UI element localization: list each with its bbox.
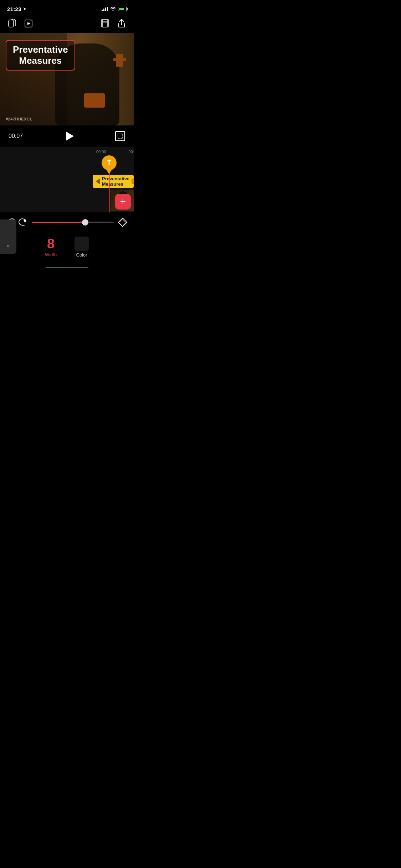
left-panel[interactable]: « bbox=[0, 219, 16, 254]
svg-marker-1 bbox=[27, 22, 30, 25]
tool-options-row: 8 Width Color bbox=[6, 234, 128, 259]
wifi-icon bbox=[110, 7, 116, 11]
keyframe-button[interactable] bbox=[117, 217, 128, 228]
title-overlay-box[interactable]: PreventativeMeasures bbox=[6, 40, 75, 71]
text-track-duration: 01:25 bbox=[132, 179, 134, 184]
logo-icon[interactable] bbox=[7, 19, 17, 29]
ruler-dot-1: · bbox=[117, 150, 118, 154]
background-decor bbox=[116, 54, 123, 67]
slider-track-bg bbox=[32, 222, 114, 223]
text-track-label: Preventative Measures bbox=[100, 176, 132, 187]
play-button[interactable] bbox=[62, 129, 76, 143]
width-value: 8 bbox=[47, 237, 55, 250]
redo-icon bbox=[18, 217, 28, 227]
home-indicator-container bbox=[0, 262, 134, 273]
pin-letter: T bbox=[107, 159, 111, 167]
color-tool-option[interactable]: Color bbox=[74, 237, 89, 258]
video-background: #247HHEXCL PreventativeMeasures bbox=[0, 33, 134, 125]
timeline-pin[interactable]: T bbox=[102, 155, 117, 174]
color-label: Color bbox=[76, 252, 87, 258]
slider-thumb[interactable] bbox=[82, 219, 88, 226]
status-time: 21:23 bbox=[7, 6, 21, 12]
redo-button[interactable] bbox=[17, 217, 29, 228]
play-triangle-icon bbox=[66, 131, 74, 141]
location-arrow-icon bbox=[23, 7, 27, 11]
watermark: #247HHEXCL bbox=[6, 117, 32, 121]
add-plus-icon: + bbox=[120, 197, 126, 207]
collapse-icon: « bbox=[6, 242, 10, 249]
zoom-slider[interactable] bbox=[32, 222, 114, 223]
bottom-controls: 8 Width Color bbox=[0, 212, 134, 262]
time-display: 00:07 bbox=[9, 133, 23, 139]
text-track[interactable]: Preventative Measures 01:25 bbox=[93, 175, 134, 188]
slider-fill bbox=[32, 222, 85, 223]
timeline-ruler: 00:00 · 00:20 · 00:40 · 01:0 bbox=[0, 148, 134, 155]
playback-controls: 00:07 bbox=[0, 125, 134, 147]
clip-icon[interactable] bbox=[24, 19, 34, 29]
top-toolbar bbox=[0, 16, 134, 33]
fullscreen-button[interactable] bbox=[115, 131, 125, 141]
width-tool-option[interactable]: 8 Width bbox=[45, 237, 57, 257]
title-overlay-text: PreventativeMeasures bbox=[13, 44, 68, 66]
timeline: 00:00 · 00:20 · 00:40 · 01:0 T bbox=[0, 147, 134, 212]
video-preview: #247HHEXCL PreventativeMeasures bbox=[0, 33, 134, 125]
track-handle-left[interactable] bbox=[96, 178, 100, 185]
svg-marker-7 bbox=[23, 219, 26, 222]
ruler-mark-0: 00:00 bbox=[96, 150, 106, 154]
diamond-icon bbox=[118, 217, 128, 227]
undo-redo-slider-row bbox=[6, 217, 128, 228]
color-swatch[interactable] bbox=[74, 237, 89, 251]
home-indicator bbox=[46, 267, 88, 268]
status-bar: 21:23 bbox=[0, 0, 134, 16]
fullscreen-icon bbox=[118, 134, 123, 139]
chevron-left-icon bbox=[96, 179, 100, 184]
status-icons bbox=[102, 7, 127, 11]
width-label: Width bbox=[45, 252, 57, 257]
add-media-button[interactable]: + bbox=[115, 194, 131, 210]
signal-icon bbox=[102, 7, 108, 11]
battery-icon bbox=[118, 7, 127, 11]
pin-circle: T bbox=[102, 155, 117, 170]
timeline-tracks: T Preventative Measures 01:25 bbox=[0, 155, 134, 212]
share-icon[interactable] bbox=[117, 19, 127, 29]
book-icon[interactable] bbox=[100, 19, 110, 29]
ruler-mark-1: 00:20 bbox=[129, 150, 134, 154]
